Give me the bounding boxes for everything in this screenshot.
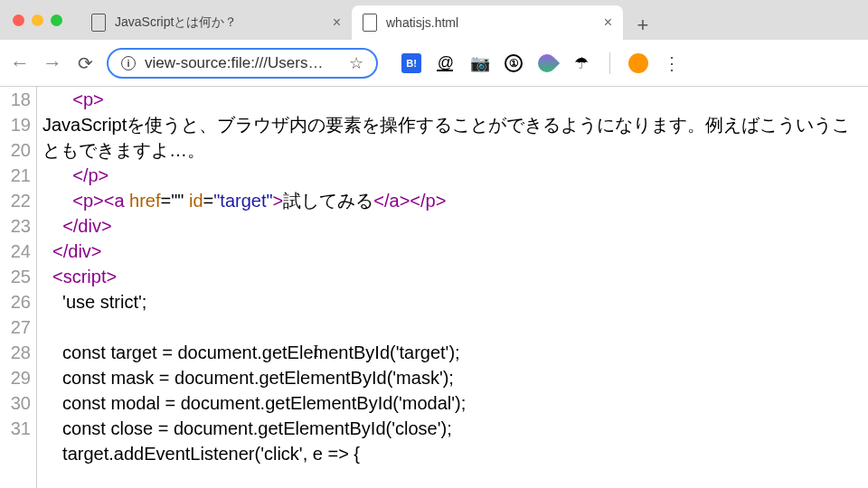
onepass-extension-icon[interactable]: ①	[505, 54, 523, 72]
reload-button[interactable]: ⟳	[74, 52, 96, 74]
window-titlebar: JavaScriptとは何か？ × whatisjs.html × +	[0, 0, 868, 40]
traffic-lights	[13, 14, 62, 26]
close-window-button[interactable]	[13, 14, 24, 26]
back-button[interactable]: ←	[9, 52, 31, 75]
browser-toolbar: ← → ⟳ i view-source:file:///Users… ☆ B! …	[0, 40, 868, 87]
close-tab-icon[interactable]: ×	[333, 14, 341, 31]
tag-script-open: <script>	[52, 267, 117, 286]
umbrella-extension-icon[interactable]: ☂	[571, 53, 591, 73]
profile-avatar[interactable]	[628, 53, 648, 73]
line-number: 27	[5, 314, 31, 340]
line-number: 19	[5, 112, 31, 137]
line-number: 31	[5, 416, 31, 441]
at-extension-icon[interactable]: @	[436, 53, 456, 73]
camera-extension-icon[interactable]: 📷	[470, 53, 490, 73]
color-extension-icon[interactable]	[537, 53, 557, 73]
line-number: 20	[5, 137, 31, 163]
close-tab-icon[interactable]: ×	[604, 14, 612, 31]
line-number: 25	[5, 264, 31, 289]
tab-js-intro[interactable]: JavaScriptとは何か？ ×	[80, 5, 352, 40]
tab-whatisjs[interactable]: whatisjs.html ×	[352, 5, 623, 40]
tag-p-close: </p>	[72, 165, 108, 185]
url-text: view-source:file:///Users…	[145, 54, 340, 72]
hatena-bookmark-icon[interactable]: B!	[401, 53, 421, 73]
minimize-window-button[interactable]	[32, 14, 43, 26]
line-number: 26	[5, 289, 31, 314]
line-number: 21	[5, 163, 31, 188]
line-number: 18	[5, 87, 31, 112]
text-node: JavaScriptを使うと、ブラウザ内の要素を操作することができるようになりま…	[42, 112, 863, 163]
view-source-area: 1819202122232425262728293031 <p> JavaScr…	[0, 87, 868, 488]
forward-button[interactable]: →	[42, 52, 63, 75]
line-number: 30	[5, 390, 31, 416]
line-number-gutter: 1819202122232425262728293031	[0, 87, 37, 488]
menu-button[interactable]: ⋮	[663, 52, 681, 74]
tag-p-open: <p>	[72, 89, 103, 109]
new-tab-button[interactable]: +	[628, 11, 657, 40]
file-icon	[91, 14, 106, 32]
line-number: 22	[5, 188, 31, 213]
line-number: 29	[5, 365, 31, 390]
line-number: 28	[5, 340, 31, 365]
line-number: 23	[5, 213, 31, 239]
address-bar[interactable]: i view-source:file:///Users… ☆	[107, 48, 378, 79]
tab-strip: JavaScriptとは何か？ × whatisjs.html × +	[80, 0, 855, 40]
toolbar-divider	[609, 52, 610, 74]
tab-label: whatisjs.html	[386, 15, 595, 30]
site-info-icon[interactable]: i	[121, 56, 136, 70]
line-number: 24	[5, 239, 31, 264]
tab-label: JavaScriptとは何か？	[115, 14, 324, 31]
maximize-window-button[interactable]	[51, 14, 62, 26]
file-icon	[363, 14, 377, 32]
bookmark-star-icon[interactable]: ☆	[349, 53, 363, 73]
source-code[interactable]: <p> JavaScriptを使うと、ブラウザ内の要素を操作することができるよう…	[37, 87, 868, 488]
extensions-area: B! @ 📷 ① ☂ ⋮	[401, 52, 681, 74]
